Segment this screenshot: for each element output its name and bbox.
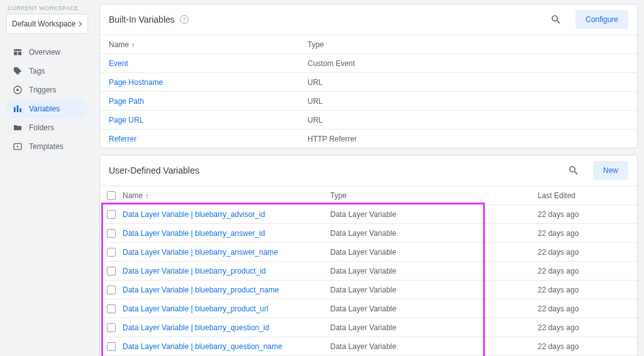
search-icon[interactable] bbox=[550, 14, 562, 25]
last-edited: 22 days ago bbox=[538, 267, 637, 275]
table-row: Data Layer Variable | bluebarry_answer_n… bbox=[100, 242, 637, 261]
panel-title: User-Defined Variables bbox=[109, 165, 199, 175]
variable-link[interactable]: Data Layer Variable | bluebarry_answer_i… bbox=[123, 229, 265, 238]
variable-type: URL bbox=[308, 97, 515, 106]
variable-link[interactable]: Data Layer Variable | bluebarry_question… bbox=[123, 323, 269, 332]
new-button[interactable]: New bbox=[593, 161, 628, 180]
row-checkbox[interactable] bbox=[107, 210, 116, 219]
user-defined-table: Name ↑ Type Last Edited Data Layer Varia… bbox=[100, 186, 637, 356]
variable-link[interactable]: Data Layer Variable | bluebarry_product_… bbox=[123, 304, 269, 313]
dashboard-icon bbox=[13, 47, 23, 57]
table-row: Page URLURL bbox=[100, 110, 637, 129]
col-header-edited[interactable]: Last Edited bbox=[538, 191, 637, 200]
last-edited: 22 days ago bbox=[538, 229, 637, 238]
variable-link[interactable]: Event bbox=[109, 59, 128, 68]
sidebar-item-templates[interactable]: Templates bbox=[6, 137, 88, 156]
tag-icon bbox=[13, 66, 23, 76]
workspace-section-label: CURRENT WORKSPACE bbox=[8, 5, 88, 11]
last-edited: 22 days ago bbox=[538, 342, 637, 351]
col-header-type[interactable]: Type bbox=[308, 40, 515, 49]
row-checkbox[interactable] bbox=[107, 342, 116, 351]
variable-type: Data Layer Variable bbox=[330, 267, 538, 275]
template-icon bbox=[13, 142, 23, 152]
sidebar-item-tags[interactable]: Tags bbox=[6, 62, 88, 81]
sort-ascending-icon: ↑ bbox=[131, 41, 135, 48]
variable-link[interactable]: Data Layer Variable | bluebarry_product_… bbox=[123, 286, 279, 294]
sidebar-item-label: Templates bbox=[29, 142, 64, 151]
table-row: Data Layer Variable | bluebarry_answer_i… bbox=[100, 223, 637, 242]
row-checkbox[interactable] bbox=[107, 267, 116, 275]
sidebar: CURRENT WORKSPACE Default Workspace Over… bbox=[0, 0, 94, 356]
table-row: Data Layer Variable | bluebarry_question… bbox=[100, 337, 637, 355]
variable-type: Data Layer Variable bbox=[330, 248, 538, 257]
variable-link[interactable]: Referrer bbox=[109, 135, 136, 143]
variable-type: URL bbox=[308, 78, 515, 87]
table-row: Data Layer Variable | bluebarry_product_… bbox=[100, 299, 637, 318]
table-row: EventCustom Event bbox=[100, 53, 637, 72]
variable-type: Data Layer Variable bbox=[330, 342, 538, 351]
variable-type: Data Layer Variable bbox=[330, 229, 538, 238]
last-edited: 22 days ago bbox=[538, 286, 637, 294]
search-icon[interactable] bbox=[568, 165, 579, 176]
row-checkbox[interactable] bbox=[107, 229, 116, 238]
select-all-checkbox[interactable] bbox=[107, 191, 116, 200]
table-row: Page PathURL bbox=[100, 91, 637, 110]
table-row: ReferrerHTTP Referrer bbox=[100, 129, 637, 148]
svg-point-1 bbox=[16, 89, 19, 91]
last-edited: 22 days ago bbox=[538, 304, 637, 313]
help-icon[interactable]: ? bbox=[180, 15, 189, 24]
sidebar-item-label: Variables bbox=[29, 104, 60, 113]
sidebar-item-label: Triggers bbox=[29, 86, 57, 94]
col-header-type[interactable]: Type bbox=[330, 191, 538, 200]
workspace-selector[interactable]: Default Workspace bbox=[6, 14, 88, 34]
table-row: Data Layer Variable | bluebarry_advisor_… bbox=[100, 204, 637, 223]
builtin-table: Name ↑ Type EventCustom EventPage Hostna… bbox=[100, 35, 637, 148]
folder-icon bbox=[13, 123, 23, 133]
user-defined-variables-panel: User-Defined Variables New Name ↑ Type L… bbox=[99, 155, 638, 356]
sidebar-item-label: Overview bbox=[29, 48, 60, 57]
variable-link[interactable]: Data Layer Variable | bluebarry_advisor_… bbox=[123, 210, 265, 219]
svg-rect-2 bbox=[14, 107, 16, 112]
variable-type: HTTP Referrer bbox=[308, 135, 515, 143]
svg-point-6 bbox=[17, 146, 19, 148]
chevron-right-icon bbox=[77, 21, 82, 26]
row-checkbox[interactable] bbox=[107, 323, 116, 332]
nav-list: Overview Tags Triggers Variables Folders… bbox=[6, 43, 88, 156]
variable-link[interactable]: Page Hostname bbox=[109, 78, 163, 87]
variable-type: URL bbox=[308, 116, 515, 125]
svg-rect-4 bbox=[19, 108, 21, 112]
last-edited: 22 days ago bbox=[538, 323, 637, 332]
workspace-name: Default Workspace bbox=[12, 19, 75, 28]
table-row: Page HostnameURL bbox=[100, 72, 637, 91]
col-header-name[interactable]: Name ↑ bbox=[123, 191, 330, 200]
svg-rect-3 bbox=[17, 106, 19, 113]
last-edited: 22 days ago bbox=[538, 210, 637, 219]
target-icon bbox=[13, 85, 23, 95]
variable-type: Custom Event bbox=[308, 59, 515, 68]
table-header: Name ↑ Type Last Edited bbox=[100, 186, 637, 204]
variable-link[interactable]: Data Layer Variable | bluebarry_answer_n… bbox=[123, 248, 278, 257]
row-checkbox[interactable] bbox=[107, 304, 116, 313]
sidebar-item-variables[interactable]: Variables bbox=[6, 99, 88, 118]
sidebar-item-folders[interactable]: Folders bbox=[6, 118, 88, 137]
col-header-name[interactable]: Name ↑ bbox=[100, 40, 308, 49]
panel-title: Built-In Variables bbox=[109, 14, 175, 25]
variable-link[interactable]: Data Layer Variable | bluebarry_product_… bbox=[123, 267, 266, 275]
row-checkbox[interactable] bbox=[107, 286, 116, 294]
variable-type: Data Layer Variable bbox=[330, 286, 538, 294]
row-checkbox[interactable] bbox=[107, 248, 116, 257]
table-row: Data Layer Variable | bluebarry_question… bbox=[100, 318, 637, 337]
variable-link[interactable]: Data Layer Variable | bluebarry_question… bbox=[123, 342, 282, 351]
variable-link[interactable]: Page URL bbox=[109, 116, 143, 125]
table-row: Data Layer Variable | bluebarry_product_… bbox=[100, 261, 637, 280]
configure-button[interactable]: Configure bbox=[575, 10, 628, 29]
main-content: Built-In Variables ? Configure Name ↑ Ty… bbox=[94, 0, 644, 356]
last-edited: 22 days ago bbox=[538, 248, 637, 257]
sidebar-item-overview[interactable]: Overview bbox=[6, 43, 88, 62]
sort-ascending-icon: ↑ bbox=[145, 192, 149, 199]
sidebar-item-label: Folders bbox=[29, 123, 54, 132]
sidebar-item-triggers[interactable]: Triggers bbox=[6, 81, 88, 99]
table-header: Name ↑ Type bbox=[100, 35, 637, 53]
variable-link[interactable]: Page Path bbox=[109, 97, 144, 106]
variable-type: Data Layer Variable bbox=[330, 323, 538, 332]
